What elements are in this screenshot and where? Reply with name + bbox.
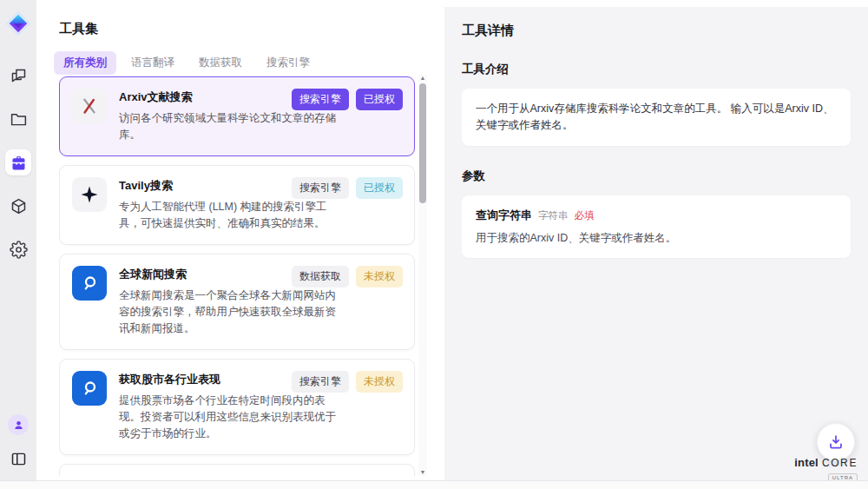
sidebar-item-settings-icon[interactable] [5,236,31,262]
param-required-flag: 必填 [575,209,595,222]
tools-panel: 工具集 所有类别语言翻译数据获取搜索引擎 Arxiv文献搜索 访问各个研究领域大… [36,0,444,480]
details-title: 工具详情 [462,23,851,39]
tool-card[interactable]: Arxiv文献搜索 访问各个研究领域大量科学论文和文章的存储库。 搜索引擎 已授… [59,76,415,156]
sidebar-item-cube-icon[interactable] [5,193,31,219]
arxiv-icon [72,89,107,123]
category-badge: 搜索引擎 [292,89,349,110]
tool-description: 专为人工智能代理 (LLM) 构建的搜索引擎工具，可快速提供实时、准确和真实的结… [119,199,346,233]
app-logo-icon[interactable] [5,10,31,36]
scrollbar-thumb[interactable] [419,83,426,203]
tool-description: 提供股票市场各个行业在特定时间段内的表现。投资者可以利用这些信息来识别表现优于或… [119,393,346,443]
q-blue-icon [72,266,107,301]
intro-box: 一个用于从Arxiv存储库搜索科学论文和文章的工具。 输入可以是Arxiv ID… [462,89,851,146]
page-title: 工具集 [59,21,444,37]
tab-data-acquisition[interactable]: 数据获取 [189,51,252,75]
tool-card[interactable]: 获取市场最活跃股票信息 提供当天交易量最高的股票列表，投资者可以利用这些信息来识… [59,464,415,476]
tab-search-engine[interactable]: 搜索引擎 [257,51,319,75]
brand-intel-text: intel [794,457,819,468]
user-avatar[interactable] [8,414,29,435]
authorization-badge: 未授权 [356,371,403,393]
sidebar-bottom [5,414,31,472]
intro-text: 一个用于从Arxiv存储库搜索科学论文和文章的工具。 输入可以是Arxiv ID… [476,101,837,134]
tool-card[interactable]: 全球新闻搜索 全球新闻搜索是一个聚合全球各大新闻网站内容的搜索引擎，帮助用户快速… [59,254,415,350]
tool-card[interactable]: Tavily搜索 专为人工智能代理 (LLM) 构建的搜索引擎工具，可快速提供实… [59,165,415,245]
brand-core-text: core [822,458,858,468]
authorization-badge: 已授权 [356,89,403,110]
sidebar-item-folder-icon[interactable] [5,106,31,132]
category-badge: 数据获取 [292,266,349,287]
window-bottom-edge [0,480,868,489]
download-button[interactable] [817,423,855,461]
list-scrollbar[interactable]: ▲ ▼ [418,75,427,476]
params-heading: 参数 [462,169,851,184]
tavily-icon [72,177,107,212]
app-window: 工具集 所有类别语言翻译数据获取搜索引擎 Arxiv文献搜索 访问各个研究领域大… [0,0,868,489]
tool-card[interactable]: 获取股市各行业表现 提供股票市场各个行业在特定时间段内的表现。投资者可以利用这些… [59,359,415,455]
category-badge: 搜索引擎 [292,177,349,199]
sidebar-rail [0,0,36,480]
panel-toggle-icon[interactable] [5,446,31,472]
param-name: 查询字符串 [476,208,532,223]
authorization-badge: 已授权 [356,177,403,199]
param-box: 查询字符串 字符串 必填 用于搜索的Arxiv ID、关键字或作者姓名。 [462,195,851,258]
scroll-down-icon[interactable]: ▼ [418,469,427,476]
q-blue-icon [72,371,107,406]
sidebar-items [5,63,31,262]
tool-description: 全球新闻搜索是一个聚合全球各大新闻网站内容的搜索引擎，帮助用户快速获取全球最新资… [119,287,346,338]
tab-language-translation[interactable]: 语言翻译 [122,51,184,75]
param-description: 用于搜索的Arxiv ID、关键字或作者姓名。 [476,231,837,246]
tool-list: Arxiv文献搜索 访问各个研究领域大量科学论文和文章的存储库。 搜索引擎 已授… [59,76,451,476]
sidebar-item-chat-icon[interactable] [5,63,31,89]
tool-details-panel: 工具详情 工具介绍 一个用于从Arxiv存储库搜索科学论文和文章的工具。 输入可… [444,7,868,480]
intro-heading: 工具介绍 [462,62,851,77]
category-badge: 搜索引擎 [292,371,349,393]
tool-description: 访问各个研究领域大量科学论文和文章的存储库。 [119,110,346,144]
category-tabs: 所有类别语言翻译数据获取搜索引擎 [54,51,444,75]
sidebar-item-toolbox-icon[interactable] [5,149,31,175]
scroll-up-icon[interactable]: ▲ [418,75,427,82]
tab-all-categories[interactable]: 所有类别 [54,51,116,75]
authorization-badge: 未授权 [356,266,403,287]
param-type: 字符串 [538,209,569,222]
intel-core-logo: intel core ultra [794,457,858,482]
